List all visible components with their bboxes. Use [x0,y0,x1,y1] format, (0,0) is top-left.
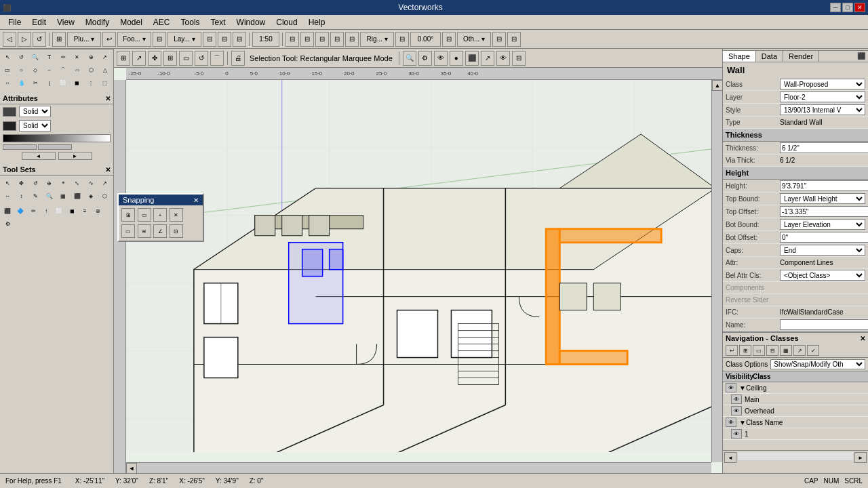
ts-scale[interactable]: ⤡ [71,177,83,189]
name-input[interactable] [780,319,868,330]
menu-file[interactable]: File [3,16,26,28]
left-arrow-btn[interactable]: ◄ [22,152,56,160]
menu-help[interactable]: Help [303,16,331,28]
nav-btn-4[interactable]: ⊟ [766,345,778,356]
close-button[interactable]: ✕ [854,3,865,12]
cursor-tool[interactable]: ↗ [99,51,111,63]
sel-cursor[interactable]: ↗ [481,51,494,66]
ts-extra2[interactable]: 🔷 [14,205,26,217]
tool10[interactable]: ⊟ [395,32,409,47]
menu-tools[interactable]: Tools [176,16,205,28]
sel-eye[interactable]: 👁 [434,51,448,66]
snap-btn-1[interactable]: ⊞ [121,208,135,222]
nav-btn-5[interactable]: ▦ [780,345,792,356]
ts-extra4[interactable]: ↑ [40,205,52,217]
ts-extra5[interactable]: ⬜ [53,205,65,217]
layer2-button[interactable]: ⊟ [203,32,216,47]
menu-cloud[interactable]: Cloud [271,16,302,28]
ts-rotate[interactable]: ↺ [29,177,41,189]
snap-btn-8[interactable]: ⊡ [170,224,183,238]
snapping-close[interactable]: ✕ [193,197,199,204]
new-button[interactable]: ⊞ [52,32,66,47]
ts-3d[interactable]: ◈ [85,190,97,202]
sel-tool2[interactable]: ↗ [132,51,146,66]
sel-gear[interactable]: ⚙ [418,51,432,66]
scroll-left[interactable]: ◄ [126,463,137,473]
height-input[interactable] [780,180,868,191]
poly-tool[interactable]: ◇ [29,64,41,76]
ts-mirror[interactable]: ⌖ [57,177,69,189]
tool7[interactable]: ⊟ [315,32,329,47]
caps-select[interactable]: End [780,245,865,256]
ts-zoom[interactable]: ⊕ [43,177,56,189]
menu-modify[interactable]: Modify [80,16,115,28]
snap-btn-2[interactable]: ▭ [138,208,151,222]
eye-overhead[interactable]: 👁 [731,406,742,415]
fill-dropdown[interactable]: Solid [19,106,51,117]
oth-dropdown[interactable]: Oth... ▾ [457,32,491,47]
tool3[interactable]: ⊟ [218,32,231,47]
sel-tool7[interactable]: ⌒ [210,51,224,66]
class-select[interactable]: Wall-Proposed [780,79,865,89]
thickness-input[interactable] [780,142,868,153]
nav-btn-6[interactable]: ↗ [793,345,806,356]
sel-tool6[interactable]: ↺ [195,51,208,66]
size-slider[interactable] [3,144,37,150]
classname-expand[interactable]: ▼ [739,419,746,426]
floor2-button[interactable]: ⊟ [153,32,166,47]
dim-tool[interactable]: ↔ [1,77,14,89]
class-scroll-right[interactable]: ► [854,452,867,463]
toolsets-close[interactable]: ✕ [105,166,111,174]
bel-attr-select[interactable]: <Object Class> [780,270,865,281]
class-options-select[interactable]: Show/Snap/Modify Oth [770,359,865,369]
ts-extra7[interactable]: ≡ [79,205,91,217]
menu-text[interactable]: Text [205,16,231,28]
fill-swatch[interactable] [3,107,16,117]
class-scrollbar[interactable] [738,452,853,460]
eye-classname[interactable]: 👁 [726,418,736,427]
plugin-dropdown[interactable]: Plu... ▾ [67,32,101,47]
rotate-tool[interactable]: ↺ [16,51,28,63]
select-tool[interactable]: ↖ [1,51,14,63]
nav-btn-2[interactable]: ⊞ [739,345,751,356]
layer-select[interactable]: Floor-2 [780,92,865,102]
tool13[interactable]: ⊟ [507,32,521,47]
angle-input[interactable]: 0.00° [410,32,441,47]
ts-tag[interactable]: 🔍 [43,190,56,202]
ts-arrow[interactable]: ↖ [1,177,14,189]
sel-tool4[interactable]: ⊞ [163,51,177,66]
shell-tool[interactable]: ⬚ [99,77,111,89]
vertical-scrollbar[interactable]: ▲ [711,80,722,462]
scroll-up[interactable]: ▲ [712,80,722,91]
top-offset-input[interactable] [780,206,868,217]
solid-tool[interactable]: ◼ [71,77,83,89]
menu-edit[interactable]: Edit [26,16,52,28]
bot-bound-select[interactable]: Layer Elevation [780,219,865,230]
sel-print[interactable]: 🖨 [231,51,245,66]
pen-tool[interactable]: ⊕ [85,51,97,63]
ts-spiral[interactable]: ↗ [99,177,111,189]
ts-extra8[interactable]: ⊕ [92,205,104,217]
tool11[interactable]: ⊟ [442,32,456,47]
right-dropdown[interactable]: Rig... ▾ [360,32,394,47]
tool12[interactable]: ⊟ [492,32,506,47]
tab-shape[interactable]: Shape [723,51,756,62]
sel-tool1[interactable]: ⊞ [117,51,130,66]
freehand-tool[interactable]: ~ [43,64,56,76]
sel-search[interactable]: 🔍 [403,51,416,66]
ts-note[interactable]: ✎ [29,190,41,202]
zoom-tool[interactable]: 🔍 [29,51,41,63]
top-bound-select[interactable]: Layer Wall Height [780,193,865,204]
canvas-area[interactable]: -25·0 -10·0 -5·0 0 5·0 10·0 15·0 20·0 25… [114,68,722,473]
snap-btn-7[interactable]: ∠ [153,224,167,238]
arc-tool[interactable]: ⌒ [57,64,69,76]
tool6[interactable]: ⊟ [300,32,314,47]
sel-tool3[interactable]: ✤ [148,51,161,66]
horizontal-scrollbar[interactable]: ◄ [126,462,711,473]
sel-eye2[interactable]: 👁 [496,51,510,66]
scale-input[interactable]: 1:50 [252,32,279,47]
right-arrow-btn[interactable]: ► [58,152,92,160]
style-select[interactable]: 13/90/13 Internal V [780,104,865,115]
bot-offset-input[interactable] [780,232,868,243]
cad-drawing[interactable] [126,80,722,452]
